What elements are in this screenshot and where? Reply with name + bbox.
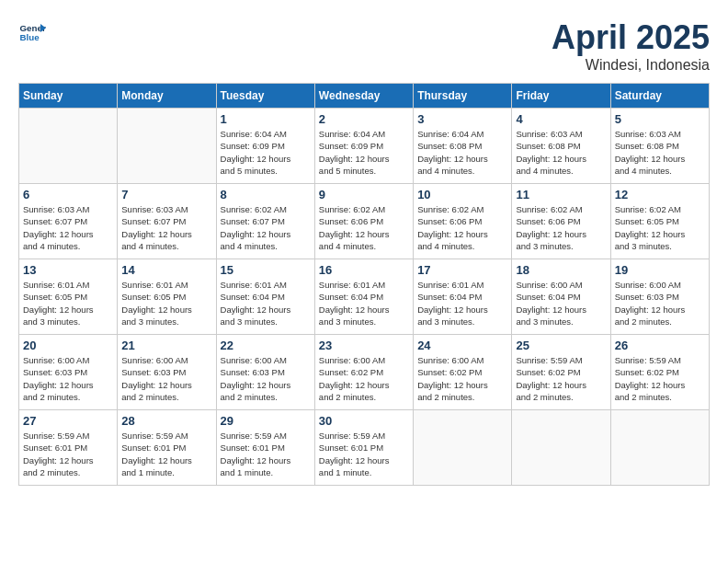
day-info: Sunrise: 6:00 AM Sunset: 6:03 PM Dayligh…: [23, 354, 113, 403]
day-info: Sunrise: 5:59 AM Sunset: 6:01 PM Dayligh…: [121, 430, 211, 478]
calendar-cell: [19, 109, 118, 184]
day-info: Sunrise: 6:04 AM Sunset: 6:08 PM Dayligh…: [417, 128, 507, 177]
calendar-cell: 22Sunrise: 6:00 AM Sunset: 6:03 PM Dayli…: [216, 335, 314, 410]
weekday-header: Saturday: [610, 84, 709, 109]
calendar-cell: 24Sunrise: 6:00 AM Sunset: 6:02 PM Dayli…: [414, 335, 512, 410]
day-info: Sunrise: 6:02 AM Sunset: 6:06 PM Dayligh…: [417, 203, 507, 252]
day-number: 5: [615, 112, 705, 126]
calendar-cell: 21Sunrise: 6:00 AM Sunset: 6:03 PM Dayli…: [118, 335, 216, 410]
day-info: Sunrise: 6:00 AM Sunset: 6:03 PM Dayligh…: [615, 279, 705, 327]
day-number: 17: [417, 263, 507, 277]
calendar-cell: 3Sunrise: 6:04 AM Sunset: 6:08 PM Daylig…: [414, 109, 512, 184]
day-number: 20: [23, 339, 113, 352]
calendar-week-row: 20Sunrise: 6:00 AM Sunset: 6:03 PM Dayli…: [19, 335, 710, 410]
calendar-week-row: 27Sunrise: 5:59 AM Sunset: 6:01 PM Dayli…: [19, 410, 710, 486]
day-number: 28: [121, 414, 211, 428]
calendar-cell: 30Sunrise: 5:59 AM Sunset: 6:01 PM Dayli…: [314, 410, 413, 486]
calendar-cell: 12Sunrise: 6:02 AM Sunset: 6:05 PM Dayli…: [610, 184, 709, 259]
calendar-table: SundayMondayTuesdayWednesdayThursdayFrid…: [18, 83, 710, 486]
day-number: 14: [121, 263, 211, 277]
day-info: Sunrise: 6:00 AM Sunset: 6:04 PM Dayligh…: [516, 279, 606, 327]
calendar-cell: 5Sunrise: 6:03 AM Sunset: 6:08 PM Daylig…: [610, 109, 709, 184]
calendar-cell: 29Sunrise: 5:59 AM Sunset: 6:01 PM Dayli…: [216, 410, 314, 486]
day-number: 23: [319, 339, 409, 352]
day-number: 1: [221, 112, 311, 126]
day-number: 21: [121, 339, 211, 352]
calendar-week-row: 6Sunrise: 6:03 AM Sunset: 6:07 PM Daylig…: [19, 184, 710, 259]
day-number: 25: [516, 339, 606, 352]
calendar-cell: 13Sunrise: 6:01 AM Sunset: 6:05 PM Dayli…: [19, 259, 118, 335]
calendar-cell: [512, 410, 610, 486]
logo-icon: General Blue: [18, 18, 46, 46]
day-info: Sunrise: 6:03 AM Sunset: 6:08 PM Dayligh…: [516, 128, 606, 177]
calendar-cell: 17Sunrise: 6:01 AM Sunset: 6:04 PM Dayli…: [414, 259, 512, 335]
day-info: Sunrise: 6:02 AM Sunset: 6:07 PM Dayligh…: [221, 203, 311, 252]
title-block: April 2025 Windesi, Indonesia: [552, 18, 710, 74]
calendar-cell: 15Sunrise: 6:01 AM Sunset: 6:04 PM Dayli…: [216, 259, 314, 335]
calendar-cell: 8Sunrise: 6:02 AM Sunset: 6:07 PM Daylig…: [216, 184, 314, 259]
day-number: 13: [23, 263, 113, 277]
calendar-cell: 10Sunrise: 6:02 AM Sunset: 6:06 PM Dayli…: [414, 184, 512, 259]
day-info: Sunrise: 6:02 AM Sunset: 6:06 PM Dayligh…: [319, 203, 409, 252]
calendar-cell: 2Sunrise: 6:04 AM Sunset: 6:09 PM Daylig…: [314, 109, 413, 184]
calendar-cell: 16Sunrise: 6:01 AM Sunset: 6:04 PM Dayli…: [314, 259, 413, 335]
day-number: 4: [516, 112, 606, 126]
day-number: 27: [23, 414, 113, 428]
calendar-cell: 4Sunrise: 6:03 AM Sunset: 6:08 PM Daylig…: [512, 109, 610, 184]
calendar-cell: 26Sunrise: 5:59 AM Sunset: 6:02 PM Dayli…: [610, 335, 709, 410]
day-number: 9: [319, 188, 409, 201]
calendar-cell: [118, 109, 216, 184]
day-info: Sunrise: 6:00 AM Sunset: 6:03 PM Dayligh…: [221, 354, 311, 403]
weekday-header: Tuesday: [216, 84, 314, 109]
page-header: General Blue April 2025 Windesi, Indones…: [18, 18, 710, 74]
calendar-cell: 7Sunrise: 6:03 AM Sunset: 6:07 PM Daylig…: [118, 184, 216, 259]
calendar-cell: 6Sunrise: 6:03 AM Sunset: 6:07 PM Daylig…: [19, 184, 118, 259]
day-info: Sunrise: 6:03 AM Sunset: 6:07 PM Dayligh…: [121, 203, 211, 252]
day-info: Sunrise: 6:01 AM Sunset: 6:05 PM Dayligh…: [121, 279, 211, 327]
day-info: Sunrise: 6:01 AM Sunset: 6:05 PM Dayligh…: [23, 279, 113, 327]
day-info: Sunrise: 5:59 AM Sunset: 6:02 PM Dayligh…: [615, 354, 705, 403]
calendar-body: 1Sunrise: 6:04 AM Sunset: 6:09 PM Daylig…: [19, 109, 710, 486]
calendar-cell: 23Sunrise: 6:00 AM Sunset: 6:02 PM Dayli…: [314, 335, 413, 410]
calendar-cell: 20Sunrise: 6:00 AM Sunset: 6:03 PM Dayli…: [19, 335, 118, 410]
calendar-cell: 18Sunrise: 6:00 AM Sunset: 6:04 PM Dayli…: [512, 259, 610, 335]
day-number: 8: [221, 188, 311, 201]
day-number: 15: [221, 263, 311, 277]
day-info: Sunrise: 6:00 AM Sunset: 6:02 PM Dayligh…: [319, 354, 409, 403]
weekday-header: Friday: [512, 84, 610, 109]
day-number: 16: [319, 263, 409, 277]
weekday-header: Sunday: [19, 84, 118, 109]
day-info: Sunrise: 6:00 AM Sunset: 6:03 PM Dayligh…: [121, 354, 211, 403]
month-title: April 2025: [552, 18, 710, 57]
day-number: 11: [516, 188, 606, 201]
weekday-header: Wednesday: [314, 84, 413, 109]
day-info: Sunrise: 6:01 AM Sunset: 6:04 PM Dayligh…: [417, 279, 507, 327]
calendar-week-row: 13Sunrise: 6:01 AM Sunset: 6:05 PM Dayli…: [19, 259, 710, 335]
calendar-cell: 11Sunrise: 6:02 AM Sunset: 6:06 PM Dayli…: [512, 184, 610, 259]
day-info: Sunrise: 6:02 AM Sunset: 6:05 PM Dayligh…: [615, 203, 705, 252]
day-number: 12: [615, 188, 705, 201]
day-number: 3: [417, 112, 507, 126]
day-number: 19: [615, 263, 705, 277]
calendar-cell: 9Sunrise: 6:02 AM Sunset: 6:06 PM Daylig…: [314, 184, 413, 259]
day-number: 2: [319, 112, 409, 126]
calendar-cell: 25Sunrise: 5:59 AM Sunset: 6:02 PM Dayli…: [512, 335, 610, 410]
day-info: Sunrise: 6:03 AM Sunset: 6:08 PM Dayligh…: [615, 128, 705, 177]
day-number: 6: [23, 188, 113, 201]
weekday-header: Monday: [118, 84, 216, 109]
calendar-cell: 27Sunrise: 5:59 AM Sunset: 6:01 PM Dayli…: [19, 410, 118, 486]
day-number: 24: [417, 339, 507, 352]
svg-text:Blue: Blue: [20, 32, 40, 42]
calendar-cell: 28Sunrise: 5:59 AM Sunset: 6:01 PM Dayli…: [118, 410, 216, 486]
calendar-cell: 1Sunrise: 6:04 AM Sunset: 6:09 PM Daylig…: [216, 109, 314, 184]
day-number: 22: [221, 339, 311, 352]
day-info: Sunrise: 6:00 AM Sunset: 6:02 PM Dayligh…: [417, 354, 507, 403]
calendar-cell: [610, 410, 709, 486]
logo: General Blue: [18, 18, 46, 46]
day-info: Sunrise: 6:04 AM Sunset: 6:09 PM Dayligh…: [221, 128, 311, 177]
day-info: Sunrise: 5:59 AM Sunset: 6:02 PM Dayligh…: [516, 354, 606, 403]
day-info: Sunrise: 5:59 AM Sunset: 6:01 PM Dayligh…: [319, 430, 409, 478]
day-number: 10: [417, 188, 507, 201]
day-info: Sunrise: 6:01 AM Sunset: 6:04 PM Dayligh…: [319, 279, 409, 327]
calendar-cell: [414, 410, 512, 486]
